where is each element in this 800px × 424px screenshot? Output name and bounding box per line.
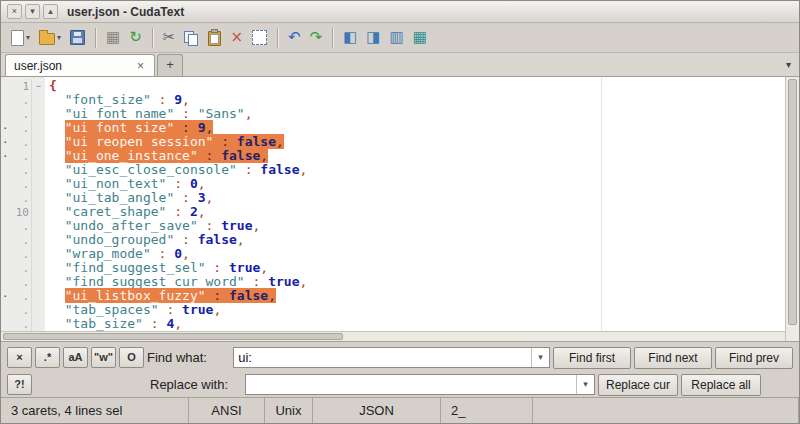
close-window-button[interactable]: × xyxy=(7,4,22,19)
new-file-button[interactable]: ▾ xyxy=(7,25,34,51)
toolbar-separator xyxy=(332,28,334,48)
save-file-button[interactable] xyxy=(66,25,89,51)
find-panel: × .* aA "w" O Find what: ▾ Find first Fi… xyxy=(1,341,799,397)
find-prev-button[interactable]: Find prev xyxy=(715,347,793,369)
save-file-icon xyxy=(70,30,85,45)
find-first-button[interactable]: Find first xyxy=(553,347,631,369)
maximize-window-button[interactable]: ▴ xyxy=(43,4,58,19)
replace-history-arrow-icon[interactable]: ▾ xyxy=(576,375,594,394)
caret-marker: ▪ xyxy=(1,121,9,135)
replace-input-combo: ▾ xyxy=(245,374,595,395)
fold-column xyxy=(31,261,45,275)
window-title: user.json - CudaText xyxy=(67,5,184,19)
undo-icon: ↶ xyxy=(288,30,301,45)
tab-list-arrow-icon[interactable]: ▾ xyxy=(786,59,791,70)
code-area[interactable]: { "font_size" : 9, "ui_font_name" : "San… xyxy=(45,77,785,341)
toolbar: ▾▾▦↻✂×↶↷◧◨▥▦ xyxy=(1,23,799,53)
find-what-label: Find what: xyxy=(147,350,230,365)
open-file-icon xyxy=(39,33,55,45)
horizontal-scrollbar-thumb[interactable] xyxy=(3,333,343,340)
open-file-button[interactable]: ▾ xyxy=(35,25,65,51)
code-line: "ui_tab_angle" : 3, xyxy=(49,191,785,205)
fold-column xyxy=(31,317,45,331)
select-all-icon xyxy=(252,30,267,45)
statusbar-caret-info[interactable]: 3 carets, 4 lines sel xyxy=(1,398,189,424)
case-toggle-button[interactable]: aA xyxy=(63,347,88,368)
confirm-replace-button[interactable]: ?! xyxy=(7,374,32,395)
line-number: . xyxy=(9,94,29,107)
bottom-panel-toggle-button[interactable]: ◨ xyxy=(362,25,384,51)
reload-file-button[interactable]: ↻ xyxy=(125,25,146,51)
paste-button[interactable] xyxy=(204,25,225,51)
delete-button[interactable]: × xyxy=(226,25,247,51)
editor[interactable]: 1−..▪.▪.▪....10.....▪... { "font_size" :… xyxy=(1,77,799,341)
unprinted-toggle-icon: ▦ xyxy=(413,30,427,45)
fold-column xyxy=(31,233,45,247)
gutter-line: . xyxy=(1,219,45,233)
gutter-line: . xyxy=(1,275,45,289)
statusbar-lexer[interactable]: JSON xyxy=(313,398,441,424)
select-all-button[interactable] xyxy=(248,25,271,51)
tab-close-icon[interactable]: × xyxy=(135,59,146,73)
statusbar-line-endings[interactable]: Unix xyxy=(265,398,313,424)
replace-cur-button[interactable]: Replace cur xyxy=(598,374,678,396)
minimap-toggle-button[interactable]: ▥ xyxy=(385,25,407,51)
sidebar-toggle-button[interactable]: ◧ xyxy=(339,25,361,51)
wrapped-toggle-button[interactable]: O xyxy=(119,347,144,368)
find-history-arrow-icon[interactable]: ▾ xyxy=(531,348,549,367)
line-number: 10 xyxy=(9,206,29,219)
unprinted-toggle-button[interactable]: ▦ xyxy=(409,25,431,51)
toolbar-separator xyxy=(95,28,97,48)
new-file-icon xyxy=(11,30,24,46)
gutter-line: ▪. xyxy=(1,289,45,303)
gutter-line: . xyxy=(1,233,45,247)
tab-label: user.json xyxy=(14,59,135,73)
fold-column xyxy=(31,303,45,317)
copy-button[interactable] xyxy=(180,25,203,51)
title-bar[interactable]: ×▾▴ user.json - CudaText xyxy=(1,1,799,23)
code-line: "find_suggest_sel" : true, xyxy=(49,261,785,275)
statusbar-tab-info[interactable]: 2_ xyxy=(441,398,533,424)
line-number: . xyxy=(9,262,29,275)
replace-all-button[interactable]: Replace all xyxy=(681,374,761,396)
bottom-panel-toggle-icon: ◨ xyxy=(366,30,380,45)
replace-input[interactable] xyxy=(246,375,576,394)
gutter: 1−..▪.▪.▪....10.....▪... xyxy=(1,77,45,341)
find-row: × .* aA "w" O Find what: ▾ Find first Fi… xyxy=(7,345,793,370)
line-number: . xyxy=(9,318,29,331)
undo-button[interactable]: ↶ xyxy=(284,25,305,51)
statusbar-encoding[interactable]: ANSI xyxy=(189,398,265,424)
vertical-scrollbar-thumb[interactable] xyxy=(788,79,797,325)
cut-button[interactable]: ✂ xyxy=(159,25,180,51)
selection-highlight: "ui_reopen_session" : false, xyxy=(65,134,284,149)
redo-button[interactable]: ↷ xyxy=(306,25,327,51)
line-number: . xyxy=(9,276,29,289)
hex-view-button[interactable]: ▦ xyxy=(102,25,124,51)
line-number: . xyxy=(9,192,29,205)
find-next-button[interactable]: Find next xyxy=(634,347,712,369)
line-number: . xyxy=(9,122,29,135)
fold-column xyxy=(31,219,45,233)
code-line: "tab_spaces" : true, xyxy=(49,303,785,317)
code-line: { xyxy=(49,79,785,93)
statusbar-filler xyxy=(533,398,799,424)
gutter-line: . xyxy=(1,191,45,205)
new-tab-button[interactable]: + xyxy=(157,54,183,76)
line-number: 1 xyxy=(9,80,29,93)
copy-icon xyxy=(184,31,199,45)
close-find-button[interactable]: × xyxy=(7,347,32,368)
minimize-window-button[interactable]: ▾ xyxy=(25,4,40,19)
paste-icon xyxy=(208,31,221,46)
regex-toggle-button[interactable]: .* xyxy=(35,347,60,368)
word-toggle-button[interactable]: "w" xyxy=(91,347,116,368)
horizontal-scrollbar[interactable] xyxy=(1,331,785,341)
gutter-line: . xyxy=(1,107,45,121)
tab-user-json[interactable]: user.json × xyxy=(5,54,155,76)
code-line: "ui_one_instance" : false, xyxy=(49,149,785,163)
find-input-combo: ▾ xyxy=(233,347,550,368)
find-input[interactable] xyxy=(234,348,531,367)
toolbar-separator xyxy=(152,28,154,48)
vertical-scrollbar[interactable] xyxy=(785,77,799,341)
tab-bar: user.json × + ▾ xyxy=(1,53,799,77)
redo-icon: ↷ xyxy=(310,30,323,45)
